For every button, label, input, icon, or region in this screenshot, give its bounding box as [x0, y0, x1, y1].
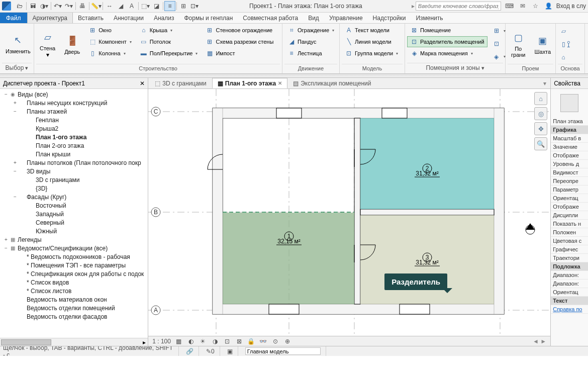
tab-collaborate[interactable]: Совместная работа	[238, 13, 303, 23]
tree-item[interactable]: * Помещения ТЭП - все параметры	[0, 261, 148, 269]
expand-icon[interactable]: −	[12, 168, 18, 174]
tab-insert[interactable]: Вставить	[73, 13, 109, 23]
ramp-button[interactable]: ◢Пандус	[284, 36, 337, 47]
browser-tree[interactable]: −◉Виды (все)+Планы несущих конструкций−П…	[0, 89, 148, 338]
byface-button[interactable]: ▢По грани	[508, 25, 529, 64]
modeltext-button[interactable]: AТекст модели	[342, 25, 401, 36]
expand-icon[interactable]: −	[12, 194, 18, 200]
file-menu[interactable]: Файл	[0, 13, 27, 23]
tab-massing[interactable]: Формы и генплан	[179, 13, 238, 23]
tree-item[interactable]: Восточный	[0, 201, 148, 210]
prop-row[interactable]: Траектори	[551, 254, 588, 262]
print-icon[interactable]: 🖶	[77, 1, 88, 11]
modelline-button[interactable]: ╲Линия модели	[342, 36, 401, 47]
search-chevron-icon[interactable]: ▸	[412, 3, 415, 10]
tree-item[interactable]: {3D}	[0, 184, 148, 193]
curtaingrid-button[interactable]: ⊞Схема разрезки стены	[203, 36, 276, 47]
column-button[interactable]: ▯Колонна▾	[85, 48, 134, 59]
signin-icon[interactable]: 👤	[543, 1, 554, 11]
close-icon[interactable]: ✕	[140, 80, 145, 87]
roof-button[interactable]: ⌂Крыша▾	[137, 25, 201, 36]
crop-icon[interactable]: ⊡	[223, 337, 231, 345]
keyboard-icon[interactable]: ⌨	[504, 1, 515, 11]
tab-view[interactable]: Вид	[303, 13, 324, 23]
worksets-icon[interactable]: 🔗	[186, 348, 193, 355]
component-button[interactable]: ⬚Компонент▾	[85, 36, 134, 47]
nav-pan-icon[interactable]: ✥	[534, 122, 547, 135]
worksharing-icon[interactable]: ⊕	[283, 337, 291, 345]
3d-icon[interactable]: ⬚▾	[140, 1, 151, 11]
tab-architecture[interactable]: Архитектура	[27, 13, 73, 23]
tree-item[interactable]: −Фасады (Круг)	[0, 193, 148, 201]
tab-addins[interactable]: Надстройки	[368, 13, 411, 23]
save-icon[interactable]: 🖬	[28, 1, 39, 11]
prop-row[interactable]: Показать н	[551, 220, 588, 228]
browser-scrollbar[interactable]: ▸	[0, 338, 148, 346]
favorite-icon[interactable]: ☆	[530, 1, 541, 11]
switch-view-icon[interactable]: ⊡▾	[189, 1, 200, 11]
tree-item[interactable]: План 2-ого этажа	[0, 141, 148, 150]
editreq-icon[interactable]: ✎	[206, 348, 211, 355]
tree-item[interactable]: 3D с границами	[0, 175, 148, 184]
wall-button[interactable]: ▱Стена▾	[36, 25, 59, 64]
app-logo-icon[interactable]	[2, 2, 11, 11]
tree-item[interactable]: −◉Виды (все)	[0, 90, 148, 99]
section-icon[interactable]: ◪	[151, 1, 162, 11]
railing-button[interactable]: ⌗Ограждение▾	[284, 25, 337, 36]
prop-row[interactable]: Видимост	[551, 168, 588, 177]
datum-button[interactable]: ⟟	[558, 25, 579, 64]
nav-wheel-icon[interactable]: ◎	[534, 107, 547, 120]
communicate-icon[interactable]: ✉	[517, 1, 528, 11]
room-separator-button[interactable]: ⊡Разделитель помещений	[407, 36, 487, 47]
tree-item[interactable]: * Список листов	[0, 287, 148, 295]
close-views-icon[interactable]: ⊞	[178, 1, 189, 11]
design-option-input[interactable]	[245, 347, 321, 355]
design-icon[interactable]: ▣	[227, 348, 233, 355]
expand-icon[interactable]: −	[12, 109, 18, 114]
sun-icon[interactable]: ☀	[199, 337, 207, 345]
ceiling-button[interactable]: ▭Потолок	[137, 36, 201, 47]
props-help[interactable]: Справка по	[551, 305, 588, 314]
sync-icon[interactable]: ◑▾	[39, 1, 50, 11]
detail-icon[interactable]: ▦	[175, 337, 183, 345]
prop-row[interactable]: Отображе	[551, 203, 588, 211]
viewtabs-menu-icon[interactable]: ▾	[540, 80, 549, 87]
prop-row[interactable]: Ориентац	[551, 194, 588, 203]
tree-item[interactable]: * Спецификация окон для работы с подок	[0, 269, 148, 278]
prop-row[interactable]: Положен	[551, 228, 588, 237]
tag-icon[interactable]: ◢	[115, 1, 126, 11]
tree-item[interactable]: Южный	[0, 227, 148, 235]
tab-analyze[interactable]: Анализ	[149, 13, 179, 23]
tree-item[interactable]: Ведомость материалов окон	[0, 295, 148, 304]
tree-item[interactable]: * Список видов	[0, 278, 148, 287]
nav-home-icon[interactable]: ⌂	[534, 92, 547, 105]
tree-item[interactable]: Северный	[0, 218, 148, 227]
room-button[interactable]: ⊠Помещение	[407, 25, 487, 36]
prop-row[interactable]: Уровень д	[551, 160, 588, 168]
tree-item[interactable]: +▦Легенды	[0, 235, 148, 244]
tab-modify[interactable]: Изменить	[411, 13, 448, 23]
shaft-button[interactable]: ▣Шахта	[531, 25, 554, 64]
prop-row[interactable]: Значение	[551, 143, 588, 151]
vscroll-icon[interactable]: ◄ ►	[533, 338, 546, 345]
prop-row[interactable]: Цветовая с	[551, 237, 588, 245]
viewtab-3d[interactable]: ⬚3D с границами	[149, 78, 212, 88]
temp-hide-icon[interactable]: 👓	[259, 337, 267, 345]
door-button[interactable]: 🚪Дверь	[61, 25, 83, 64]
undo-icon[interactable]: ↶▾	[52, 1, 63, 11]
room-tag-button[interactable]: ◈Марка помещения▾	[407, 48, 487, 59]
viewtab-schedule[interactable]: ▤Экспликация помещений	[287, 78, 376, 88]
expand-icon[interactable]: −	[3, 245, 9, 251]
open-icon[interactable]: 🗁	[14, 1, 25, 11]
expand-icon[interactable]: +	[3, 237, 9, 242]
tree-item[interactable]: +Планы несущих конструкций	[0, 99, 148, 107]
mullion-button[interactable]: ▦Импост	[203, 48, 276, 59]
crop-show-icon[interactable]: ⊠	[235, 337, 243, 345]
floor-button[interactable]: ▬Пол/Перекрытие▾	[137, 48, 201, 59]
thin-lines-icon[interactable]: ≡	[164, 1, 175, 11]
measure-icon[interactable]: 📏▾	[90, 1, 102, 11]
tree-item[interactable]: −▦Ведомости/Спецификации (все)	[0, 244, 148, 252]
prop-row[interactable]: Диапазон:	[551, 280, 588, 288]
type-selector[interactable]	[551, 89, 588, 117]
tree-item[interactable]: План крыши	[0, 150, 148, 158]
